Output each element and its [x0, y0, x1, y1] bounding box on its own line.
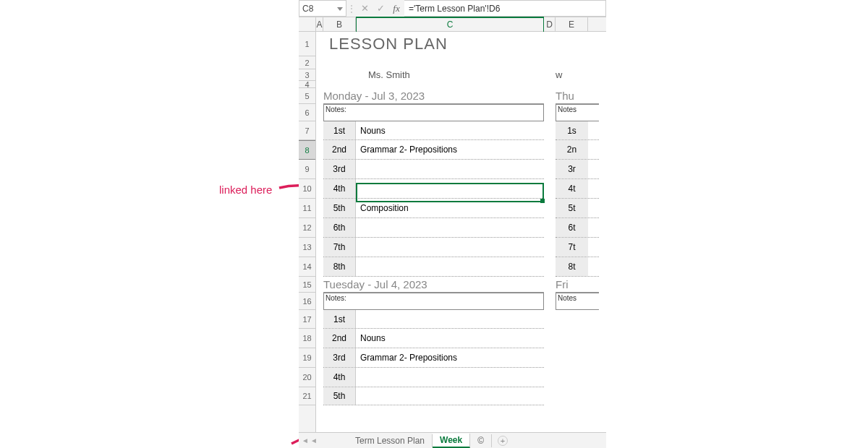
period-label: 5th: [323, 199, 356, 217]
col-header-c[interactable]: C: [356, 17, 544, 32]
friday-notes-label: Notes: [556, 293, 599, 303]
row-header-2[interactable]: 2: [299, 56, 315, 69]
row-header-8[interactable]: 8: [299, 140, 315, 160]
thursday-period-row[interactable]: 5t: [556, 199, 599, 218]
thursday-period-row[interactable]: 6t: [556, 218, 599, 238]
name-box[interactable]: C8: [299, 0, 346, 17]
period-value: Grammar 2- Prepositions: [356, 353, 544, 363]
period-label: 7t: [556, 238, 588, 257]
row-header-12[interactable]: 12: [299, 218, 315, 238]
week-label-partial: w: [556, 69, 562, 81]
formula-input[interactable]: ='Term Lesson Plan'!D6: [404, 0, 606, 17]
row-header-1[interactable]: 1: [299, 32, 315, 56]
period-label: 1st: [323, 310, 356, 328]
col-header-b[interactable]: B: [323, 17, 356, 31]
cancel-formula-icon[interactable]: ✕: [357, 0, 373, 17]
thursday-period-row[interactable]: 1s: [556, 121, 599, 140]
tuesday-period-row[interactable]: 5th: [323, 387, 544, 405]
monday-period-row[interactable]: 8th: [323, 257, 544, 277]
row-header-11[interactable]: 11: [299, 199, 315, 218]
row-header-18[interactable]: 18: [299, 329, 315, 348]
row-header-4[interactable]: 4: [299, 81, 315, 88]
tuesday-period-row[interactable]: 4th: [323, 368, 544, 387]
worksheet[interactable]: LESSON PLAN Ms. Smith w Monday - Jul 3, …: [316, 32, 606, 432]
row-header-19[interactable]: 19: [299, 348, 315, 368]
monday-notes-label: Notes:: [324, 105, 543, 114]
row-header-15[interactable]: 15: [299, 277, 315, 293]
monday-period-row[interactable]: 7th: [323, 238, 544, 257]
thursday-period-row[interactable]: 2n: [556, 140, 599, 160]
fx-icon[interactable]: fx: [388, 0, 404, 17]
tuesday-period-row[interactable]: 2ndNouns: [323, 329, 544, 348]
period-label: 8th: [323, 257, 356, 276]
thursday-header: Thu: [556, 88, 599, 104]
row-header-21[interactable]: 21: [299, 387, 315, 405]
thursday-period-row[interactable]: 8t: [556, 257, 599, 277]
period-value: Nouns: [356, 333, 544, 343]
monday-period-row[interactable]: 2ndGrammar 2- Prepositions: [323, 140, 544, 160]
monday-period-row[interactable]: 4th: [323, 179, 544, 199]
select-all-corner[interactable]: [299, 17, 316, 31]
separator: ⋮: [346, 0, 357, 17]
period-label: 2nd: [323, 329, 356, 348]
col-header-d[interactable]: D: [544, 17, 556, 31]
row-header-10[interactable]: 10: [299, 179, 315, 199]
thursday-notes-label: Notes: [556, 105, 599, 114]
col-header-a[interactable]: A: [316, 17, 323, 31]
thursday-period-row[interactable]: 4t: [556, 179, 599, 199]
monday-period-row[interactable]: 3rd: [323, 160, 544, 179]
page-title: LESSON PLAN: [316, 32, 606, 56]
row-header-14[interactable]: 14: [299, 257, 315, 277]
monday-period-row[interactable]: 1stNouns: [323, 121, 544, 140]
period-value: Composition: [356, 203, 544, 213]
teacher-name: Ms. Smith: [323, 69, 544, 81]
period-label: 4th: [323, 179, 356, 198]
tab-nav-first-icon[interactable]: ◄: [302, 436, 309, 444]
period-label: 5th: [323, 387, 356, 405]
period-label: 2n: [556, 140, 588, 159]
period-label: 5t: [556, 199, 588, 217]
row-header-13[interactable]: 13: [299, 238, 315, 257]
period-label: 2nd: [323, 140, 356, 159]
tuesday-period-row[interactable]: 1st: [323, 310, 544, 329]
row-header-9[interactable]: 9: [299, 160, 315, 179]
col-header-e[interactable]: E: [556, 17, 588, 31]
tuesday-notes-label: Notes:: [324, 293, 543, 303]
row-header-20[interactable]: 20: [299, 368, 315, 387]
row-header-16[interactable]: 16: [299, 293, 315, 310]
period-label: 8t: [556, 257, 588, 276]
period-label: 4t: [556, 179, 588, 198]
tab-nav-prev-icon[interactable]: ◄: [310, 436, 318, 444]
row-header-17[interactable]: 17: [299, 310, 315, 329]
period-label: 3r: [556, 160, 588, 178]
period-label: 6th: [323, 218, 356, 237]
row-header-5[interactable]: 5: [299, 88, 315, 104]
tuesday-header: Tuesday - Jul 4, 2023: [323, 277, 544, 293]
column-headers: A B C D E: [299, 17, 606, 32]
tab-copyright[interactable]: ©: [470, 434, 492, 447]
annotation-text: linked here: [219, 184, 272, 196]
thursday-period-row[interactable]: 3r: [556, 160, 599, 179]
tab-term-lesson-plan[interactable]: Term Lesson Plan: [348, 434, 433, 447]
tuesday-period-row[interactable]: 3rdGrammar 2- Prepositions: [323, 348, 544, 368]
row-headers: 123456789101112131415161718192021: [299, 32, 316, 432]
period-label: 7th: [323, 238, 356, 257]
period-label: 3rd: [323, 348, 356, 367]
monday-header: Monday - Jul 3, 2023: [323, 88, 544, 104]
period-label: 4th: [323, 368, 356, 387]
monday-period-row[interactable]: 5thComposition: [323, 199, 544, 218]
tab-week[interactable]: Week: [433, 434, 470, 448]
period-value: Grammar 2- Prepositions: [356, 145, 544, 155]
accept-formula-icon[interactable]: ✓: [373, 0, 388, 17]
monday-period-row[interactable]: 6th: [323, 218, 544, 238]
period-value: Nouns: [356, 126, 544, 136]
formula-bar: C8 ⋮ ✕ ✓ fx ='Term Lesson Plan'!D6: [299, 0, 606, 17]
period-label: 1st: [323, 121, 356, 139]
excel-window: C8 ⋮ ✕ ✓ fx ='Term Lesson Plan'!D6 A B C…: [299, 0, 606, 448]
row-header-6[interactable]: 6: [299, 104, 315, 121]
period-label: 1s: [556, 121, 588, 139]
sheet-tabs: ◄ ◄ Term Lesson Plan Week © +: [299, 432, 606, 448]
thursday-period-row[interactable]: 7t: [556, 238, 599, 257]
add-sheet-button[interactable]: +: [498, 436, 508, 446]
row-header-7[interactable]: 7: [299, 121, 315, 140]
